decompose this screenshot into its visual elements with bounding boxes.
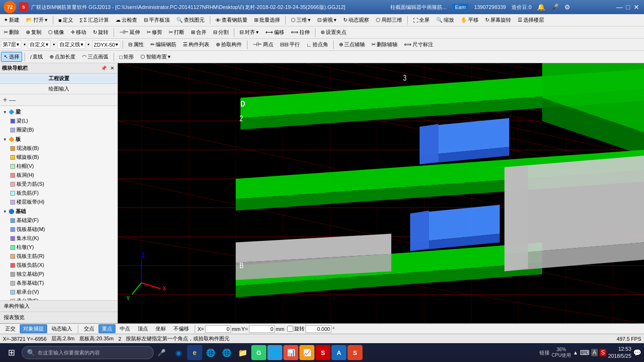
taskbar-clock[interactable]: 12:53 2018/5/25: [608, 346, 631, 360]
angle-button[interactable]: ∟ 拾点角: [304, 40, 331, 49]
select-button[interactable]: ↖ 选择: [1, 52, 22, 62]
taskbar-app-s2[interactable]: S: [347, 345, 363, 360]
taskbar-app-chrome[interactable]: 🌐: [203, 345, 218, 360]
snap-orthogonal[interactable]: 正交: [2, 324, 19, 333]
tree-item-col-cap[interactable]: 柱帽(V): [1, 162, 116, 171]
tree-item-strip[interactable]: 条形基础(T): [1, 279, 116, 288]
snap-midpoint[interactable]: 重点: [99, 324, 116, 333]
tree-item-raft-main[interactable]: 筏板主筋(R): [1, 252, 116, 261]
snap-dynamic[interactable]: 动态输入: [48, 324, 75, 333]
dynamic-view-button[interactable]: ↻ 动态观察: [340, 15, 372, 25]
define-dropdown[interactable]: 自定义 ▾: [28, 40, 50, 49]
window-controls[interactable]: — □ ✕: [616, 3, 640, 11]
split-button[interactable]: ⊟ 分割: [210, 27, 231, 37]
start-button[interactable]: ⊞: [3, 344, 20, 361]
close-button[interactable]: ✕: [633, 3, 640, 11]
merge-button[interactable]: ⊞ 合并: [188, 27, 209, 37]
bell-icon[interactable]: 🔔: [537, 3, 545, 11]
taskbar-app-chart[interactable]: 📊: [283, 345, 298, 360]
tree-item-cap-beam[interactable]: 承台梁(F): [1, 296, 116, 300]
minimize-button[interactable]: —: [616, 3, 623, 11]
rotate-checkbox[interactable]: [287, 326, 293, 332]
view-rebar-button[interactable]: 👁 查看钢筋量: [213, 15, 250, 25]
tree-item-floor-band[interactable]: 楼层板带(H): [1, 197, 116, 206]
zdyx-dropdown[interactable]: ZDYX-50 ▾: [92, 41, 120, 49]
y-input[interactable]: [249, 325, 275, 333]
tree-group-beam-header[interactable]: ▼ 🔷 梁: [1, 107, 116, 116]
tree-item-raft[interactable]: 筏板基础(M): [1, 225, 116, 234]
panel-close-button[interactable]: ✕: [109, 65, 116, 71]
tree-item-spiral-slab[interactable]: 螺旋板(B): [1, 153, 116, 162]
add-item-button[interactable]: +: [3, 96, 7, 104]
edit-rebar-button[interactable]: ✏ 编辑钢筋: [148, 40, 179, 49]
up-arrow-icon[interactable]: ▲: [573, 350, 578, 355]
snap-intersection[interactable]: 交点: [81, 324, 98, 333]
tree-item-cast-slab[interactable]: 现浇板(B): [1, 144, 116, 153]
arc-button[interactable]: ◠ 三点画弧: [79, 52, 111, 62]
dim-button[interactable]: ⟺ 尺寸标注: [401, 40, 436, 49]
taskbar-app-edge[interactable]: ◉: [171, 345, 186, 360]
delete-button[interactable]: ✂ 删除: [1, 27, 22, 37]
trim-button[interactable]: ✂ 修剪: [144, 27, 165, 37]
input-method-icon[interactable]: A: [591, 349, 598, 356]
tree-item-slab-hole[interactable]: 板洞(H): [1, 171, 116, 180]
snap-center[interactable]: 中点: [116, 324, 133, 333]
smart-place-button[interactable]: ⬡ 智能布置 ▾: [138, 52, 173, 62]
find-element-button[interactable]: 🔍 查找图元: [173, 15, 207, 25]
select-floor-button[interactable]: ☰ 选择楼层: [515, 15, 547, 25]
local-3d-button[interactable]: ⬡ 局部三维: [373, 15, 405, 25]
comp-list-button[interactable]: ☰ 构件列表: [180, 40, 212, 49]
tree-item-beam-b[interactable]: 圈梁(B): [1, 125, 116, 134]
tree-item-pit[interactable]: 集水坑(K): [1, 234, 116, 243]
calc-button[interactable]: Σ Σ 汇总计算: [77, 15, 112, 25]
open-button[interactable]: 📂 打开 ▾: [23, 15, 50, 25]
property-button[interactable]: ⊟ 属性: [125, 40, 147, 49]
parallel-button[interactable]: ⊟⊟ 平行: [277, 40, 303, 49]
nav-header[interactable]: 工程设置: [0, 74, 117, 84]
tree-item-isolated[interactable]: 独立基础(P): [1, 270, 116, 279]
tree-group-foundation-header[interactable]: ▼ 🔵 基础: [1, 207, 116, 216]
tree-item-found-beam[interactable]: 基础梁(F): [1, 216, 116, 225]
set-grip-button[interactable]: ⊛ 设置夹点: [318, 27, 349, 37]
cloud-check-button[interactable]: ☁ 云检查: [113, 15, 140, 25]
offset-button[interactable]: ⟷ 偏移: [263, 27, 287, 37]
3d-button[interactable]: ⬡ 三维 ▾: [288, 15, 314, 25]
pick-comp-button[interactable]: ⊕ 拾取构件: [213, 40, 245, 49]
del-axis-button[interactable]: ✂ 删除辅轴: [369, 40, 400, 49]
settings-icon[interactable]: ⚙: [564, 3, 570, 11]
screen-rotate-button[interactable]: ↻ 屏幕旋转: [482, 15, 514, 25]
taskbar-app-ie[interactable]: e: [187, 345, 202, 360]
remove-item-button[interactable]: —: [9, 96, 16, 104]
taskbar-app-green[interactable]: G: [251, 345, 266, 360]
keyboard-icon[interactable]: ⌨: [580, 349, 589, 356]
snap-vertex[interactable]: 顶点: [134, 324, 151, 333]
report-preview-button[interactable]: 报表预览: [0, 312, 117, 323]
fullscreen-button[interactable]: ⛶ 全屏: [410, 15, 432, 25]
mirror-button[interactable]: ⬡ 镜像: [45, 27, 67, 37]
tree-item-col-pedes[interactable]: 柱墩(Y): [1, 243, 116, 252]
mic-taskbar-icon[interactable]: 🎤: [157, 349, 165, 356]
rect-button[interactable]: □ 矩形: [116, 52, 137, 62]
taskbar-app-a[interactable]: A: [331, 345, 347, 360]
single-comp-button[interactable]: 单构件输入: [0, 301, 117, 312]
move-button[interactable]: ✛ 移动: [68, 27, 89, 37]
taskbar-app-s1[interactable]: S: [315, 345, 330, 360]
panel-pin-button[interactable]: 📌: [99, 65, 108, 71]
tree-item-slab-rebar[interactable]: 板受力筋(S): [1, 180, 116, 189]
zoom-button[interactable]: 🔍 缩放: [433, 15, 457, 25]
rotate-input[interactable]: [305, 325, 331, 333]
new-button[interactable]: ✦ 新建: [1, 15, 22, 25]
layer-dropdown[interactable]: 第7层 ▾: [1, 40, 21, 49]
viewport-3d[interactable]: Z X Y D 2 3 B: [118, 63, 644, 323]
x-input[interactable]: [205, 325, 231, 333]
snap-coord[interactable]: 坐标: [152, 324, 169, 333]
taskbar-app-ie2[interactable]: 🌐: [219, 345, 234, 360]
taskbar-search[interactable]: 🔍 在这里输入你要搜索的内容: [22, 346, 154, 359]
three-axis-button[interactable]: ⊕ 三点辅轴: [336, 40, 368, 49]
tree-item-pile-cap[interactable]: 桩承台(V): [1, 288, 116, 296]
point-len-button[interactable]: ⊕ 点加长度: [47, 52, 78, 62]
rotate-tool-button[interactable]: ↻ 旋转: [90, 27, 111, 37]
line-draw-button[interactable]: / 直线: [27, 52, 46, 62]
maximize-button[interactable]: □: [624, 3, 632, 11]
tree-item-raft-neg[interactable]: 筏板负筋(X): [1, 261, 116, 270]
